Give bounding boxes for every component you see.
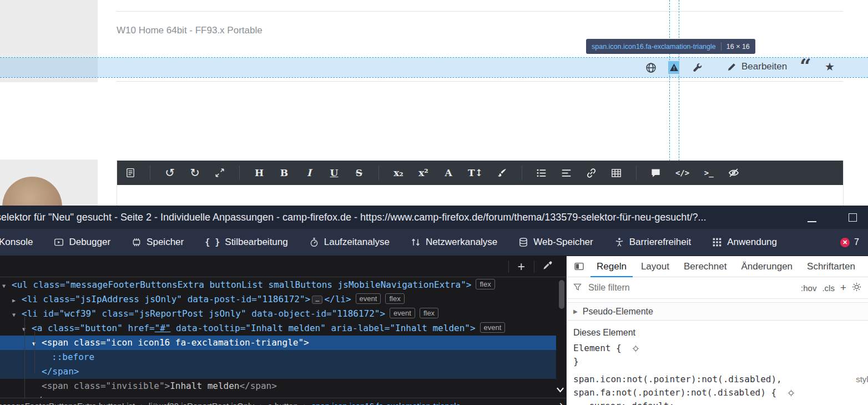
comment-icon[interactable] [650, 166, 662, 180]
badge-event[interactable]: event [356, 293, 381, 304]
selector-highlighter-icon[interactable] [632, 344, 639, 354]
tab-regeln[interactable]: Regeln [589, 256, 634, 277]
tab-speicher[interactable]: Speicher [121, 229, 194, 256]
rule-selector[interactable]: Element { [573, 343, 622, 353]
report-post-button[interactable] [668, 61, 679, 74]
edit-button[interactable]: Bearbeiten [727, 61, 787, 72]
tab-debugger[interactable]: Debugger [43, 229, 121, 256]
hover-toggle[interactable]: :hov [801, 283, 816, 293]
style-filter-input[interactable] [587, 282, 795, 293]
code-tag: <span [42, 337, 68, 348]
pane-toggle-icon[interactable] [574, 262, 584, 271]
element-rule-close[interactable]: } [573, 355, 868, 368]
breadcrumb-item[interactable]: li#wcf39.jsReportPost.jsOnly [149, 401, 254, 405]
globe-icon[interactable] [645, 62, 657, 73]
superscript-icon[interactable]: x² [418, 166, 429, 180]
redo-icon[interactable]: ↻ [189, 166, 200, 180]
color-scheme-icon[interactable] [852, 282, 861, 294]
rule-property[interactable]: cursor: default; [573, 399, 868, 405]
tab-aenderungen[interactable]: Änderungen [734, 256, 800, 277]
scroll-down-icon[interactable] [556, 385, 564, 395]
class-toggle[interactable]: .cls [822, 283, 835, 293]
strikethrough-icon[interactable]: S [354, 166, 365, 180]
star-icon[interactable]: ★ [825, 60, 835, 73]
selector-highlighter-icon[interactable] [788, 388, 795, 399]
bold-icon[interactable]: B [279, 166, 290, 180]
badge-event[interactable]: event [480, 322, 506, 333]
link-icon[interactable] [586, 166, 597, 180]
code-ell[interactable]: … [312, 296, 322, 304]
markup-row[interactable]: ▶<li class="jsIpAddress jsOnly" data-pos… [0, 292, 556, 307]
markup-row[interactable]: ::before [0, 350, 556, 364]
tab-konsole[interactable]: Konsole [0, 229, 43, 256]
badge-flex[interactable]: flex [385, 293, 404, 304]
badge-flex[interactable]: flex [476, 279, 494, 289]
minimize-button[interactable] [808, 221, 816, 222]
code-icon[interactable]: </> [675, 166, 689, 180]
underline-icon[interactable]: U [329, 166, 340, 180]
network-icon [411, 237, 421, 247]
breadcrumb-item[interactable]: ul.messageFooterButtonsExtra.buttonList [0, 401, 135, 405]
alignment-icon[interactable] [561, 166, 572, 180]
expander-arrow[interactable]: ▼ [12, 308, 22, 322]
breadcrumb-item[interactable]: a.button [268, 401, 298, 405]
fullscreen-icon[interactable] [214, 166, 225, 180]
breadcrumb: › ul.messageFooterButtonsExtra.buttonLis… [0, 398, 566, 405]
rule-selector-line[interactable]: span.icon:not(.pointer):not(.disabled), … [573, 373, 868, 386]
markup-row[interactable]: ▼<ul class="messageFooterButtonsExtra bu… [0, 278, 556, 292]
tab-barrierefreiheit[interactable]: Barrierefreiheit [604, 229, 702, 256]
pseudo-elements-section[interactable]: ▶ Pseudo-Elemente [567, 302, 868, 321]
wrench-icon[interactable] [692, 62, 703, 73]
tab-web-speicher[interactable]: Web-Speicher [508, 229, 603, 256]
breadcrumb-scroll-right-icon[interactable]: › [559, 399, 563, 405]
tab-netzwerkanalyse[interactable]: Netzwerkanalyse [400, 229, 508, 256]
expander-arrow[interactable]: ▶ [12, 293, 22, 308]
terminal-icon[interactable]: >_ [703, 166, 714, 180]
eyedropper-icon[interactable] [543, 261, 553, 272]
list-icon[interactable] [536, 166, 547, 180]
badge-flex[interactable]: flex [420, 308, 438, 318]
tab-schriftarten[interactable]: Schriftarten [800, 256, 862, 277]
stopwatch-icon [309, 237, 319, 247]
markup-row[interactable]: </span> [0, 364, 556, 379]
expander-arrow[interactable]: ▼ [32, 337, 42, 351]
quote-icon[interactable]: “ [800, 57, 811, 74]
element-rule-open[interactable]: Element { [573, 342, 868, 355]
rule-selector[interactable]: span.icon:not(.pointer):not(.disabled), [573, 374, 782, 384]
rule-selector-line[interactable]: span.fa:not(.pointer):not(.disabled) { [573, 386, 868, 399]
brush-icon[interactable] [497, 166, 508, 180]
add-node-button[interactable]: + [518, 261, 525, 272]
maximize-button[interactable] [849, 213, 857, 222]
markup-row[interactable]: ▼<a class="button" href="#" data-tooltip… [0, 321, 556, 336]
add-rule-button[interactable]: + [840, 282, 846, 294]
editor-textarea[interactable] [117, 185, 843, 206]
scrollbar-thumb[interactable] [559, 280, 564, 309]
tab-berechnet[interactable]: Berechnet [677, 256, 734, 277]
markup-row[interactable]: ▼<span class="icon icon16 fa-exclamation… [0, 336, 556, 350]
expander-arrow[interactable]: ▼ [22, 322, 32, 337]
tab-stilbearbeitung[interactable]: { } Stilbearbeitung [194, 229, 299, 256]
subscript-icon[interactable]: x₂ [393, 166, 404, 180]
hide-icon[interactable] [728, 166, 739, 180]
error-count-badge[interactable]: ✕ 7 [840, 237, 859, 247]
undo-icon[interactable]: ↺ [164, 166, 175, 180]
expander-arrow[interactable]: ▼ [2, 279, 12, 293]
breadcrumb-item[interactable]: span.icon.icon16.fa-exclamation-triangle [311, 401, 460, 405]
font-size-icon[interactable]: T↕ [468, 166, 483, 180]
source-view-icon[interactable] [125, 166, 136, 180]
markup-row[interactable]: ▼<li id="wcf39" class="jsReportPost jsOn… [0, 307, 556, 321]
heading-icon[interactable]: H [254, 166, 265, 180]
rule-selector[interactable]: span.fa:not(.pointer):not(.disabled) { [573, 387, 776, 398]
tab-anwendung[interactable]: Anwendung [702, 229, 788, 256]
property-text[interactable]: cursor: default; [589, 401, 674, 405]
markup-row[interactable]: </a> [0, 393, 556, 398]
avatar[interactable] [2, 177, 62, 206]
stylesheet-link[interactable]: style- [856, 373, 868, 386]
markup-row[interactable]: <span class="invisible">Inhalt melden</s… [0, 379, 556, 393]
tab-laufzeitanalyse[interactable]: Laufzeitanalyse [299, 229, 400, 256]
italic-icon[interactable]: I [304, 166, 315, 180]
tab-layout[interactable]: Layout [634, 256, 677, 277]
text-color-icon[interactable]: A [443, 166, 454, 180]
table-icon[interactable] [611, 166, 622, 180]
badge-event[interactable]: event [390, 308, 415, 318]
